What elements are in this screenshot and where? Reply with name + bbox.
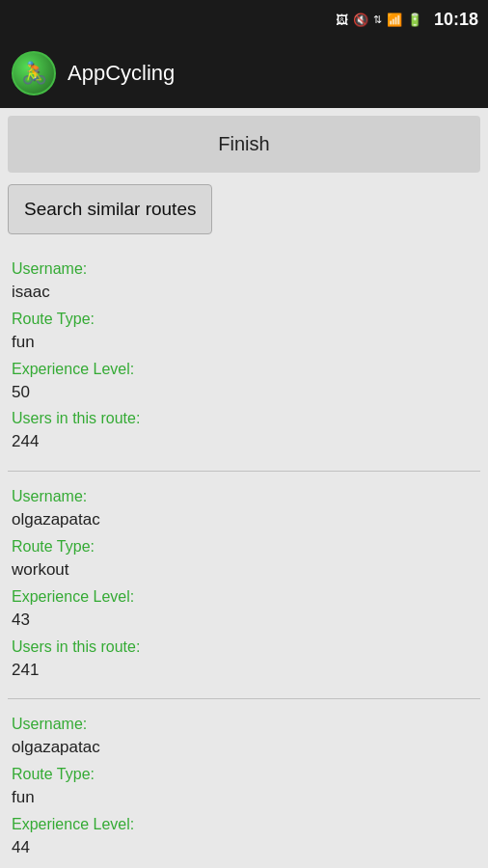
route-type-label: Route Type: [12,535,476,558]
search-btn-container: Search similar routes [0,180,488,244]
route-type-value: fun [12,786,476,809]
signal-icon: 📶 [387,13,402,27]
battery-icon: 🔋 [407,13,422,27]
route-item: Username: olgazapatac Route Type: workou… [8,472,480,699]
route-type-label: Route Type: [12,763,476,786]
route-item: Username: olgazapatac Route Type: fun Ex… [8,699,480,868]
finish-button[interactable]: Finish [8,116,480,173]
routes-list: Username: isaac Route Type: fun Experien… [0,244,488,868]
status-time: 10:18 [434,10,478,30]
route-type-label: Route Type: [12,308,476,331]
route-type-value: fun [12,331,476,354]
route-item: Username: isaac Route Type: fun Experien… [8,244,480,472]
mute-icon: 🔇 [353,13,368,27]
image-icon: 🖼 [336,13,348,27]
users-value: 244 [12,430,476,453]
username-value: olgazapatac [12,508,476,531]
username-label: Username: [12,713,476,736]
app-header: 🚴 AppCycling [0,39,488,108]
experience-level-label: Experience Level: [12,585,476,609]
experience-level-value: 44 [12,836,476,859]
users-value: 241 [12,659,476,682]
arrows-icon: ⇅ [373,14,382,26]
experience-level-value: 50 [12,381,476,404]
users-label: Users in this route: [12,636,476,659]
experience-level-label: Experience Level: [12,358,476,381]
status-bar: 🖼 🔇 ⇅ 📶 🔋 10:18 [0,0,488,39]
route-type-value: workout [12,558,476,582]
username-label: Username: [12,258,476,281]
logo-icon: 🚴 [21,61,47,86]
finish-btn-container: Finish [0,108,488,180]
username-value: isaac [12,281,476,304]
main-content: Finish Search similar routes Username: i… [0,108,488,868]
app-logo: 🚴 [12,51,56,95]
username-label: Username: [12,485,476,508]
users-label: Users in this route: [12,407,476,430]
status-icons: 🖼 🔇 ⇅ 📶 🔋 [336,13,422,27]
app-title: AppCycling [68,61,175,86]
search-similar-routes-button[interactable]: Search similar routes [8,184,212,234]
username-value: olgazapatac [12,736,476,759]
experience-level-value: 43 [12,609,476,632]
users-label: Users in this route: [12,863,476,868]
experience-level-label: Experience Level: [12,813,476,836]
